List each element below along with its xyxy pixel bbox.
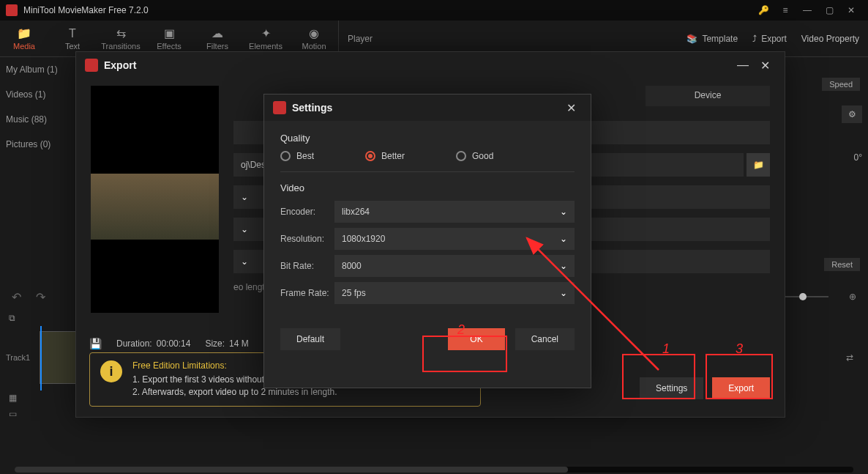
quality-section-label: Quality: [280, 133, 575, 144]
radio-icon: [456, 151, 466, 161]
sidebar-item-music[interactable]: Music (88): [0, 107, 73, 132]
quality-better-label: Better: [381, 151, 405, 161]
swap-icon[interactable]: ⇄: [846, 352, 853, 363]
track-label: Track1: [6, 353, 37, 362]
settings-dialog-title: Settings ✕: [264, 95, 591, 121]
chevron-down-icon: ⌄: [560, 234, 567, 244]
video-section-label: Video: [280, 182, 575, 193]
settings-dialog-logo: [273, 101, 286, 114]
zoom-in-button[interactable]: ⊕: [849, 292, 856, 302]
settings-actions: Default OK Cancel: [264, 318, 591, 360]
template-button[interactable]: 📚 Template: [686, 34, 738, 44]
encoder-label: Encoder:: [280, 207, 334, 217]
ok-button[interactable]: OK: [448, 328, 504, 350]
export-dialog-title: Export — ✕: [76, 52, 785, 78]
cancel-button[interactable]: Cancel: [515, 328, 575, 350]
lock-icon[interactable]: ▭: [9, 409, 17, 419]
quality-radios: Best Better Good: [280, 151, 575, 172]
framerate-select[interactable]: 25 fps⌄: [334, 282, 575, 304]
copy-icon[interactable]: ⧉: [9, 313, 15, 323]
folder-icon: 📁: [17, 26, 31, 40]
settings-dialog-title-text: Settings: [292, 102, 560, 114]
tab-transitions-label: Transitions: [101, 42, 140, 51]
filters-icon: ☁: [212, 26, 223, 40]
redo-button[interactable]: ↷: [36, 290, 45, 304]
export-tab-device[interactable]: Device: [646, 86, 770, 106]
export-icon: ⤴: [752, 34, 757, 44]
export-dialog-title-text: Export: [104, 59, 732, 71]
default-button[interactable]: Default: [280, 328, 340, 350]
size-value: 14 M: [229, 338, 249, 349]
bitrate-label: Bit Rate:: [280, 261, 334, 271]
export-label: Export: [761, 34, 787, 44]
annotation-num-3: 3: [736, 341, 743, 357]
settings-icon[interactable]: ⚙: [842, 105, 862, 123]
radio-icon: [280, 151, 291, 161]
export-confirm-button[interactable]: Export: [712, 377, 770, 399]
titlebar: MiniTool MovieMaker Free 7.2.0 🔑 ≡ — ▢ ✕: [0, 0, 868, 21]
effects-icon: ▣: [164, 26, 175, 40]
speed-button[interactable]: Speed: [822, 78, 860, 91]
close-button[interactable]: ✕: [840, 0, 862, 21]
menu-icon[interactable]: ≡: [774, 0, 796, 21]
bitrate-select[interactable]: 8000⌄: [334, 255, 575, 277]
transitions-icon: ⇆: [116, 26, 126, 40]
export-button[interactable]: ⤴ Export: [752, 34, 787, 44]
player-label: Player: [348, 34, 373, 44]
undo-button[interactable]: ↶: [12, 290, 21, 304]
reset-button[interactable]: Reset: [824, 258, 860, 271]
property-panel: Speed ⚙ 0° Reset: [787, 57, 868, 292]
quality-good-radio[interactable]: Good: [456, 151, 493, 161]
resolution-select[interactable]: 1080x1920⌄: [334, 228, 575, 250]
disk-icon: 💾: [89, 338, 102, 349]
minimize-button[interactable]: —: [796, 0, 818, 21]
quality-best-radio[interactable]: Best: [280, 151, 314, 161]
warning-icon: i: [100, 360, 122, 382]
browse-button[interactable]: 📁: [747, 153, 770, 177]
radio-icon: [365, 151, 375, 161]
settings-dialog: Settings ✕ Quality Best Better Good Vide…: [263, 94, 591, 388]
resolution-value: 1080x1920: [342, 234, 385, 244]
export-close-button[interactable]: ✕: [754, 59, 776, 73]
chevron-down-icon: ⌄: [241, 256, 248, 267]
framerate-value: 25 fps: [342, 288, 366, 298]
tab-effects-label: Effects: [157, 42, 181, 51]
chevron-down-icon: ⌄: [241, 192, 248, 202]
media-sidebar: My Album (1) Videos (1) Music (88) Pictu…: [0, 57, 73, 157]
resolution-label: Resolution:: [280, 234, 334, 244]
quality-best-label: Best: [296, 151, 314, 161]
framerate-label: Frame Rate:: [280, 288, 334, 298]
export-actions: Settings Export: [640, 377, 770, 399]
tab-filters-label: Filters: [206, 42, 228, 51]
timeline-scrollbar[interactable]: [15, 467, 853, 473]
tab-media[interactable]: 📁 Media: [0, 21, 48, 57]
size-label: Size:: [205, 338, 225, 349]
encoder-select[interactable]: libx264⌄: [334, 201, 575, 223]
sidebar-item-album[interactable]: My Album (1): [0, 57, 73, 82]
settings-close-button[interactable]: ✕: [560, 101, 582, 115]
export-preview: [91, 86, 219, 313]
quality-good-label: Good: [472, 151, 493, 161]
chevron-down-icon: ⌄: [560, 207, 567, 217]
export-minimize-button[interactable]: —: [732, 59, 754, 72]
sidebar-item-pictures[interactable]: Pictures (0): [0, 132, 73, 157]
annotation-num-1: 1: [662, 341, 670, 357]
settings-button[interactable]: Settings: [640, 377, 703, 399]
annotation-num-2: 2: [457, 322, 465, 338]
folder-icon: 📁: [753, 160, 764, 170]
quality-better-radio[interactable]: Better: [365, 151, 405, 161]
grid-icon[interactable]: ▦: [9, 393, 17, 403]
video-property-label: Video Property: [801, 34, 859, 44]
maximize-button[interactable]: ▢: [818, 0, 840, 21]
sidebar-item-videos[interactable]: Videos (1): [0, 82, 73, 107]
elements-icon: ✦: [261, 26, 271, 40]
template-label: Template: [702, 34, 738, 44]
motion-icon: ◉: [309, 26, 319, 40]
text-icon: T: [69, 27, 76, 40]
video-property-text: Video Property: [801, 34, 859, 44]
export-dialog-logo: [85, 59, 98, 72]
app-logo: [6, 4, 18, 16]
chevron-down-icon: ⌄: [560, 288, 567, 298]
rotation-value: 0°: [854, 152, 862, 163]
key-icon[interactable]: 🔑: [752, 0, 774, 21]
